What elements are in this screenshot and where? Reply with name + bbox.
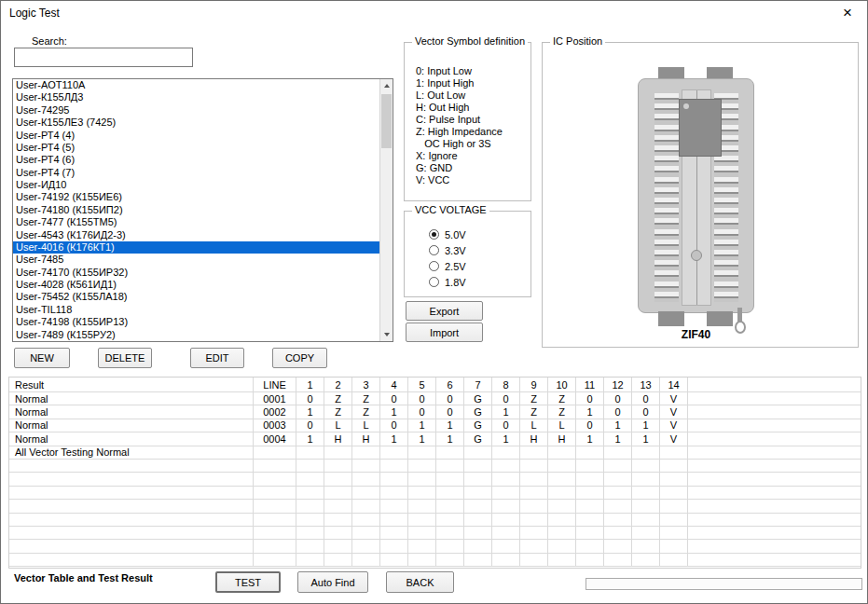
device-list-item[interactable]: User-РТ4 (4) — [13, 130, 393, 142]
empty-cell — [408, 487, 436, 500]
col-header: 9 — [520, 378, 548, 392]
device-list-item[interactable]: User-74180 (К155ИП2) — [13, 204, 393, 216]
export-button[interactable]: Export — [406, 301, 483, 321]
value-cell: G — [464, 392, 492, 405]
device-list-item[interactable]: User-7489 (К155РУ2) — [13, 329, 393, 341]
device-list-item[interactable]: User-РТ4 (6) — [13, 154, 393, 166]
vcc-option-label: 3.3V — [445, 245, 466, 256]
vcc-options: 5.0V3.3V2.5V1.8V — [429, 226, 466, 290]
copy-button[interactable]: COPY — [272, 348, 327, 368]
back-button[interactable]: BACK — [386, 571, 454, 593]
empty-cell — [576, 527, 604, 540]
col-header: 6 — [436, 378, 464, 392]
test-button[interactable]: TEST — [215, 571, 281, 593]
empty-cell — [296, 473, 324, 486]
device-list-item[interactable]: User-4028 (К561ИД1) — [13, 279, 393, 291]
scrollbar-thumb[interactable] — [381, 94, 392, 148]
import-button[interactable]: Import — [406, 323, 483, 342]
col-header: 3 — [352, 378, 380, 392]
value-cell — [324, 446, 352, 460]
empty-cell — [604, 554, 632, 567]
value-cell: Z — [352, 392, 380, 405]
value-cell — [548, 446, 576, 460]
row-filler — [688, 392, 861, 405]
device-list-item[interactable]: User-74192 (К155ИЕ6) — [13, 191, 393, 203]
empty-cell — [548, 473, 576, 486]
empty-cell — [9, 460, 254, 473]
device-list-item[interactable]: User-РТ4 (7) — [13, 167, 393, 179]
vcc-option-3-3v[interactable]: 3.3V — [429, 242, 466, 258]
row-filler — [688, 405, 861, 419]
radio-icon[interactable] — [429, 261, 439, 271]
value-cell — [660, 446, 688, 460]
line-cell: 0004 — [254, 432, 296, 446]
device-list-item[interactable]: User-7485 — [13, 254, 393, 266]
device-list-item[interactable]: User-4543 (К176ИД2-3) — [13, 229, 393, 241]
empty-cell — [464, 554, 492, 567]
socket-tab — [707, 311, 733, 326]
socket-screw-hole — [691, 250, 702, 261]
device-list-item[interactable]: User-74198 (К155ИР13) — [13, 316, 393, 328]
empty-cell — [408, 473, 436, 486]
vcc-option-2-5v[interactable]: 2.5V — [429, 258, 466, 274]
device-list-item[interactable]: User-4016 (К176КТ1) — [13, 241, 393, 254]
empty-cell — [254, 527, 296, 540]
device-list-item[interactable]: User-РТ4 (5) — [13, 142, 393, 154]
close-icon[interactable]: × — [837, 3, 858, 23]
vcc-option-label: 2.5V — [445, 261, 466, 272]
empty-cell — [632, 554, 660, 567]
empty-cell — [296, 527, 324, 540]
value-cell — [632, 446, 660, 460]
delete-button[interactable]: DELETE — [98, 348, 152, 368]
search-input[interactable] — [14, 48, 193, 67]
device-list[interactable]: User-AOT110AUser-К155ЛД3User-74295User-К… — [12, 78, 393, 342]
device-list-item[interactable]: User-74170 (К155ИР32) — [13, 267, 393, 279]
device-list-item[interactable]: User-К155ЛД3 — [13, 91, 393, 103]
col-header: 10 — [548, 378, 576, 392]
result-table: ResultLINE1234567891011121314Normal00010… — [8, 377, 861, 569]
vcc-option-1-8v[interactable]: 1.8V — [429, 274, 466, 290]
empty-cell — [548, 460, 576, 473]
empty-cell — [324, 473, 352, 486]
auto-find-button[interactable]: Auto Find — [297, 571, 368, 593]
device-list-item[interactable]: User-74295 — [13, 104, 393, 117]
empty-cell — [296, 540, 324, 553]
line-cell — [254, 446, 296, 460]
empty-cell — [576, 554, 604, 567]
radio-icon[interactable] — [429, 277, 439, 287]
empty-cell — [352, 460, 380, 473]
value-cell: H — [352, 432, 380, 446]
radio-icon[interactable] — [429, 229, 439, 240]
device-list-item[interactable]: User-AOT110A — [13, 79, 393, 91]
edit-button[interactable]: EDIT — [190, 348, 244, 368]
empty-cell — [604, 527, 632, 540]
empty-cell — [464, 487, 492, 500]
new-button[interactable]: NEW — [14, 348, 70, 368]
empty-cell — [352, 527, 380, 540]
device-list-item[interactable]: User-TIL118 — [13, 304, 393, 316]
value-cell: 0 — [492, 392, 520, 405]
radio-icon[interactable] — [429, 245, 439, 255]
device-list-item[interactable]: User-75452 (К155ЛА18) — [13, 291, 393, 303]
device-list-item[interactable]: User-ИД10 — [13, 179, 393, 191]
window-title: Logic Test — [9, 7, 60, 20]
value-cell: 1 — [632, 419, 660, 432]
empty-cell — [604, 500, 632, 513]
col-header-filler — [688, 378, 861, 392]
empty-cell — [604, 487, 632, 500]
value-cell: H — [324, 432, 352, 446]
value-cell: 1 — [380, 405, 408, 419]
logic-test-window: Logic Test × Search: User-AOT110AUser-К1… — [0, 0, 868, 604]
vcc-option-5-0v[interactable]: 5.0V — [429, 226, 466, 242]
row-filler — [688, 446, 861, 460]
device-list-item[interactable]: User-7477 (К155ТМ5) — [13, 216, 393, 228]
col-header: Result — [9, 378, 254, 392]
scroll-up-icon[interactable] — [380, 79, 393, 92]
empty-cell — [9, 554, 254, 567]
scroll-down-icon[interactable] — [380, 328, 393, 341]
device-list-item[interactable]: User-К155ЛЕ3 (7425) — [13, 117, 393, 129]
empty-cell — [660, 473, 688, 486]
device-list-scrollbar[interactable] — [379, 79, 393, 341]
value-cell — [380, 446, 408, 460]
empty-cell — [520, 540, 548, 553]
